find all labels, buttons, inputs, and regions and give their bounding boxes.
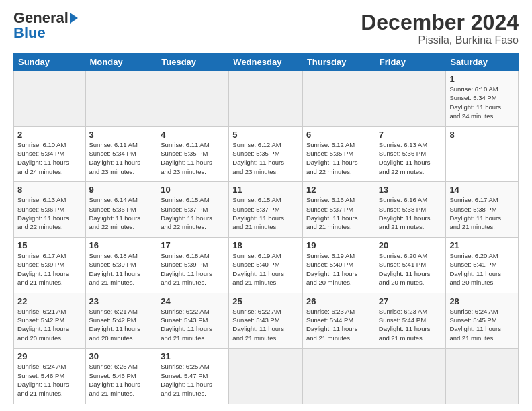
calendar-cell: 20Sunrise: 6:20 AM Sunset: 5:41 PM Dayli… — [375, 238, 446, 293]
calendar-cell — [157, 71, 229, 127]
calendar-cell: 22Sunrise: 6:21 AM Sunset: 5:42 PM Dayli… — [14, 293, 86, 349]
day-number: 31 — [161, 351, 225, 361]
day-info: Sunrise: 6:10 AM Sunset: 5:34 PM Dayligh… — [17, 140, 82, 176]
calendar-cell: 27Sunrise: 6:23 AM Sunset: 5:44 PM Dayli… — [375, 293, 446, 349]
calendar-cell — [302, 349, 375, 404]
day-info: Sunrise: 6:23 AM Sunset: 5:44 PM Dayligh… — [379, 307, 443, 342]
day-number: 6 — [306, 130, 371, 140]
calendar-week-1: 2Sunrise: 6:10 AM Sunset: 5:34 PM Daylig… — [14, 126, 519, 182]
calendar-cell — [85, 71, 157, 127]
day-number: 21 — [449, 240, 515, 250]
calendar-cell: 31Sunrise: 6:25 AM Sunset: 5:47 PM Dayli… — [157, 349, 229, 404]
day-info: Sunrise: 6:22 AM Sunset: 5:43 PM Dayligh… — [161, 307, 225, 342]
day-number: 8 — [17, 185, 82, 195]
calendar-cell: 21Sunrise: 6:20 AM Sunset: 5:41 PM Dayli… — [446, 238, 519, 293]
calendar-cell: 26Sunrise: 6:23 AM Sunset: 5:44 PM Dayli… — [302, 293, 375, 349]
calendar-cell: 15Sunrise: 6:17 AM Sunset: 5:39 PM Dayli… — [14, 238, 86, 293]
day-info: Sunrise: 6:20 AM Sunset: 5:41 PM Dayligh… — [449, 251, 515, 287]
calendar-header-wednesday: Wednesday — [229, 54, 303, 71]
day-number: 11 — [232, 185, 299, 195]
calendar-cell: 24Sunrise: 6:22 AM Sunset: 5:43 PM Dayli… — [157, 293, 229, 349]
day-number: 24 — [161, 296, 225, 306]
calendar-cell: 23Sunrise: 6:21 AM Sunset: 5:42 PM Dayli… — [85, 293, 157, 349]
day-info: Sunrise: 6:20 AM Sunset: 5:41 PM Dayligh… — [379, 251, 443, 287]
logo: General Blue — [13, 11, 78, 40]
day-info: Sunrise: 6:24 AM Sunset: 5:45 PM Dayligh… — [449, 307, 515, 342]
day-info: Sunrise: 6:16 AM Sunset: 5:38 PM Dayligh… — [379, 195, 443, 231]
day-number: 28 — [449, 296, 515, 306]
day-number: 15 — [17, 240, 82, 250]
day-number: 13 — [379, 185, 443, 195]
calendar-cell: 19Sunrise: 6:19 AM Sunset: 5:40 PM Dayli… — [302, 238, 375, 293]
calendar-cell: 7Sunrise: 6:13 AM Sunset: 5:36 PM Daylig… — [375, 126, 446, 182]
day-info: Sunrise: 6:16 AM Sunset: 5:37 PM Dayligh… — [306, 195, 371, 231]
day-number: 25 — [232, 296, 299, 306]
calendar-cell: 13Sunrise: 6:16 AM Sunset: 5:38 PM Dayli… — [375, 182, 446, 238]
calendar-header-tuesday: Tuesday — [157, 54, 229, 71]
day-info: Sunrise: 6:17 AM Sunset: 5:38 PM Dayligh… — [449, 195, 515, 231]
calendar-cell: 16Sunrise: 6:18 AM Sunset: 5:39 PM Dayli… — [85, 238, 157, 293]
page-subtitle: Pissila, Burkina Faso — [361, 34, 519, 46]
title-block: December 2024 Pissila, Burkina Faso — [361, 11, 519, 46]
calendar-cell: 2Sunrise: 6:10 AM Sunset: 5:34 PM Daylig… — [14, 126, 86, 182]
logo-arrow-icon — [70, 13, 78, 24]
calendar-cell: 25Sunrise: 6:22 AM Sunset: 5:43 PM Dayli… — [229, 293, 303, 349]
calendar-cell: 28Sunrise: 6:24 AM Sunset: 5:45 PM Dayli… — [446, 293, 519, 349]
calendar-header-sunday: Sunday — [14, 54, 86, 71]
calendar-cell: 11Sunrise: 6:15 AM Sunset: 5:37 PM Dayli… — [229, 182, 303, 238]
day-info: Sunrise: 6:15 AM Sunset: 5:37 PM Dayligh… — [161, 195, 225, 231]
calendar-cell: 5Sunrise: 6:12 AM Sunset: 5:35 PM Daylig… — [229, 126, 303, 182]
day-info: Sunrise: 6:12 AM Sunset: 5:35 PM Dayligh… — [232, 140, 299, 176]
calendar-cell: 10Sunrise: 6:15 AM Sunset: 5:37 PM Dayli… — [157, 182, 229, 238]
day-number: 23 — [89, 296, 154, 306]
calendar-header-friday: Friday — [375, 54, 446, 71]
day-info: Sunrise: 6:14 AM Sunset: 5:36 PM Dayligh… — [89, 195, 154, 231]
day-number: 22 — [17, 296, 82, 306]
calendar-cell: 6Sunrise: 6:12 AM Sunset: 5:35 PM Daylig… — [302, 126, 375, 182]
calendar-header-row: SundayMondayTuesdayWednesdayThursdayFrid… — [14, 54, 519, 71]
day-info: Sunrise: 6:17 AM Sunset: 5:39 PM Dayligh… — [17, 251, 82, 287]
calendar-cell — [302, 71, 375, 127]
calendar-header-monday: Monday — [85, 54, 157, 71]
day-info: Sunrise: 6:11 AM Sunset: 5:35 PM Dayligh… — [161, 140, 225, 176]
day-number: 2 — [17, 130, 82, 140]
logo-general-text: General — [13, 11, 69, 26]
day-info: Sunrise: 6:25 AM Sunset: 5:46 PM Dayligh… — [89, 362, 154, 398]
page-title: December 2024 — [361, 11, 519, 34]
calendar-week-4: 22Sunrise: 6:21 AM Sunset: 5:42 PM Dayli… — [14, 293, 519, 349]
calendar: SundayMondayTuesdayWednesdayThursdayFrid… — [13, 53, 519, 404]
day-info: Sunrise: 6:15 AM Sunset: 5:37 PM Dayligh… — [232, 195, 299, 231]
calendar-cell: 30Sunrise: 6:25 AM Sunset: 5:46 PM Dayli… — [85, 349, 157, 404]
day-info: Sunrise: 6:11 AM Sunset: 5:34 PM Dayligh… — [89, 140, 154, 176]
logo-blue-text: Blue — [13, 26, 46, 40]
day-number: 30 — [89, 351, 154, 361]
day-info: Sunrise: 6:25 AM Sunset: 5:47 PM Dayligh… — [161, 362, 225, 398]
calendar-cell — [229, 349, 303, 404]
day-number: 4 — [161, 130, 225, 140]
calendar-cell: 1Sunrise: 6:10 AM Sunset: 5:34 PM Daylig… — [446, 71, 519, 127]
day-number: 7 — [379, 130, 443, 140]
day-number: 8 — [449, 130, 515, 140]
calendar-cell: 18Sunrise: 6:19 AM Sunset: 5:40 PM Dayli… — [229, 238, 303, 293]
header: General Blue December 2024 Pissila, Burk… — [13, 11, 519, 46]
day-info: Sunrise: 6:24 AM Sunset: 5:46 PM Dayligh… — [17, 362, 82, 398]
calendar-week-2: 8Sunrise: 6:13 AM Sunset: 5:36 PM Daylig… — [14, 182, 519, 238]
calendar-header-thursday: Thursday — [302, 54, 375, 71]
day-info: Sunrise: 6:21 AM Sunset: 5:42 PM Dayligh… — [89, 307, 154, 342]
calendar-week-0: 1Sunrise: 6:10 AM Sunset: 5:34 PM Daylig… — [14, 71, 519, 127]
day-info: Sunrise: 6:13 AM Sunset: 5:36 PM Dayligh… — [17, 195, 82, 231]
day-info: Sunrise: 6:12 AM Sunset: 5:35 PM Dayligh… — [306, 140, 371, 176]
calendar-cell — [375, 71, 446, 127]
calendar-cell: 8 — [446, 126, 519, 182]
day-number: 9 — [89, 185, 154, 195]
day-number: 10 — [161, 185, 225, 195]
calendar-cell — [229, 71, 303, 127]
day-number: 18 — [232, 240, 299, 250]
day-number: 19 — [306, 240, 371, 250]
page: General Blue December 2024 Pissila, Burk… — [0, 0, 532, 411]
calendar-header-saturday: Saturday — [446, 54, 519, 71]
calendar-week-5: 29Sunrise: 6:24 AM Sunset: 5:46 PM Dayli… — [14, 349, 519, 404]
calendar-cell: 8Sunrise: 6:13 AM Sunset: 5:36 PM Daylig… — [14, 182, 86, 238]
day-info: Sunrise: 6:19 AM Sunset: 5:40 PM Dayligh… — [306, 251, 371, 287]
day-number: 5 — [232, 130, 299, 140]
